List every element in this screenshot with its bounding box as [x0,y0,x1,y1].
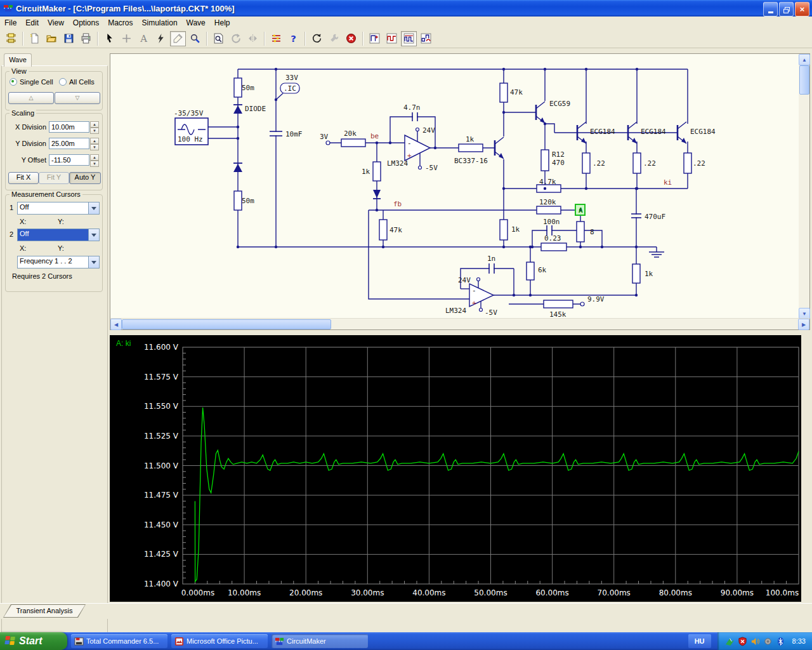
menu-edit[interactable]: Edit [21,17,43,29]
digital-display-icon[interactable] [384,31,400,46]
menu-file[interactable]: File [0,17,21,29]
analysis-tab-row: Transient Analysis [0,603,812,619]
taskbar-task-circuitmaker[interactable]: CircuitMaker [272,634,368,648]
text-tool-icon[interactable]: A [136,31,152,46]
scroll-up-icon[interactable]: ▲ [799,54,810,65]
schematic-horizontal-scrollbar[interactable]: ◀ ▶ [110,318,809,329]
save-file-icon[interactable] [61,31,77,46]
toolbar-separator [22,32,23,46]
scroll-right-icon[interactable]: ▶ [798,319,809,330]
waveform-panel[interactable]: 11.600 V11.575 V11.550 V11.525 V11.500 V… [110,335,801,602]
new-file-icon[interactable] [27,31,43,46]
mixed-display-icon[interactable] [418,31,434,46]
menu-help[interactable]: Help [210,17,235,29]
circuit-schematic: 50mDIODE-35/35V100 Hz33V.IC10mF50m3V20kb… [110,54,799,319]
rotate-icon[interactable] [228,31,244,46]
menu-view[interactable]: View [43,17,69,29]
bluetooth-icon[interactable] [776,637,785,646]
options-wrench-icon[interactable] [326,31,342,46]
wire-tool-icon[interactable] [119,31,134,46]
menu-simulation[interactable]: Simulation [138,17,182,29]
close-icon: × [800,4,805,14]
tab-transient-analysis[interactable]: Transient Analysis [4,605,85,617]
title-bar[interactable]: CircuitMaker - [C:\Program Files\...\lap… [0,0,812,17]
stop-icon[interactable] [343,31,359,46]
close-button[interactable]: × [795,2,809,17]
vertical-scroll-thumb[interactable] [799,65,809,95]
analog-display-icon[interactable] [401,31,417,46]
y-division-spinner[interactable]: ▲▼ [90,138,99,149]
component-label: -5V [425,164,438,172]
clock[interactable]: 8:33 [792,637,806,645]
y-offset-input[interactable]: -11.50 [49,154,89,166]
help-icon[interactable]: ? [285,31,301,46]
y-division-input[interactable]: 25.00m [49,138,89,149]
delete-tool-icon[interactable] [153,31,169,46]
scaling-group-title: Scaling [10,109,36,117]
horizontal-scroll-thumb[interactable] [122,319,331,329]
cursor2-x-label: X: [20,244,26,252]
scroll-left-icon[interactable]: ◀ [110,319,122,330]
fit-x-button[interactable]: Fit X [8,172,39,184]
radio-all-cells[interactable]: All Cells [59,78,95,86]
start-button[interactable]: Start [0,632,67,650]
cursor1-dropdown-arrow-icon[interactable] [88,202,99,214]
x-division-spinner[interactable]: ▲▼ [90,121,99,133]
schematic-vertical-scrollbar[interactable]: ▲ ▼ [799,54,809,319]
taskbar-task-microsoft-office-pictu[interactable]: Microsoft Office Pictu... [171,634,268,648]
menu-macros[interactable]: Macros [103,17,137,29]
cursor1-x-label: X: [20,218,26,225]
language-indicator[interactable]: HU [688,634,711,648]
radio-all-cells-icon [59,78,67,86]
radio-single-cell[interactable]: Single Cell [10,78,53,86]
schematic-canvas[interactable]: 50mDIODE-35/35V100 Hz33V.IC10mF50m3V20kb… [110,53,810,330]
zoom-tool-icon[interactable] [187,31,203,46]
reset-icon[interactable] [309,31,325,46]
wave-sidebar: Wave View Single Cell All Cells △ ▽ Scal… [0,48,109,632]
measurement-dropdown[interactable]: Frequency 1 . . 2 [17,256,100,269]
y-offset-spinner[interactable]: ▲▼ [90,154,99,166]
antivirus-shield-icon[interactable] [738,637,747,646]
minimize-button[interactable] [763,2,778,17]
menu-wave[interactable]: Wave [182,17,210,29]
device-icon[interactable] [763,637,773,646]
cursor1-y-label: Y: [58,218,64,225]
part-browser-icon[interactable] [3,31,19,46]
menu-options[interactable]: Options [69,17,103,29]
find-device-icon[interactable] [211,31,226,46]
component-label: ECG184 [590,128,615,136]
probe-tool-icon[interactable] [170,31,186,46]
cell-up-button[interactable]: △ [8,92,54,104]
circuitmaker-icon [275,637,284,646]
cursor1-dropdown[interactable]: Off [17,202,100,215]
tab-wave[interactable]: Wave [4,53,32,67]
print-icon[interactable] [78,31,94,46]
open-file-icon[interactable] [44,31,60,46]
measurement-dropdown-arrow-icon[interactable] [88,256,99,268]
component-label: ECG184 [690,128,716,136]
volume-icon[interactable] [750,637,760,646]
component-label: 9.9V [587,295,605,303]
restore-button[interactable] [779,2,794,17]
wire-mode-icon[interactable] [268,31,284,46]
x-axis-tick-label: 80.00ms [659,588,692,597]
windows-flag-icon [4,636,16,646]
cursor2-dropdown[interactable]: Off [17,229,100,241]
arrow-tool-icon[interactable] [102,31,117,46]
x-division-input[interactable]: 10.00m [49,121,89,133]
auto-y-button[interactable]: Auto Y [69,172,101,184]
component-label: 20k [344,129,357,138]
toolbar-separator [362,32,363,46]
cursor2-dropdown-arrow-icon[interactable] [88,229,99,241]
scope-probe-icon[interactable] [367,31,383,46]
cell-down-button[interactable]: ▽ [55,92,100,104]
fit-y-button[interactable]: Fit Y [39,172,69,184]
circuitmaker-app-icon [3,3,13,13]
taskbar-task-total-commander-6-5[interactable]: Total Commander 6.5... [71,634,167,648]
y-axis-tick-label: 11.475 V [144,491,179,500]
component-label: 0.23 [544,234,561,242]
component-label: 47k [390,226,402,234]
display-utility-icon[interactable] [725,637,735,646]
window-title: CircuitMaker - [C:\Program Files\...\lap… [16,4,235,13]
mirror-icon[interactable] [245,31,261,46]
